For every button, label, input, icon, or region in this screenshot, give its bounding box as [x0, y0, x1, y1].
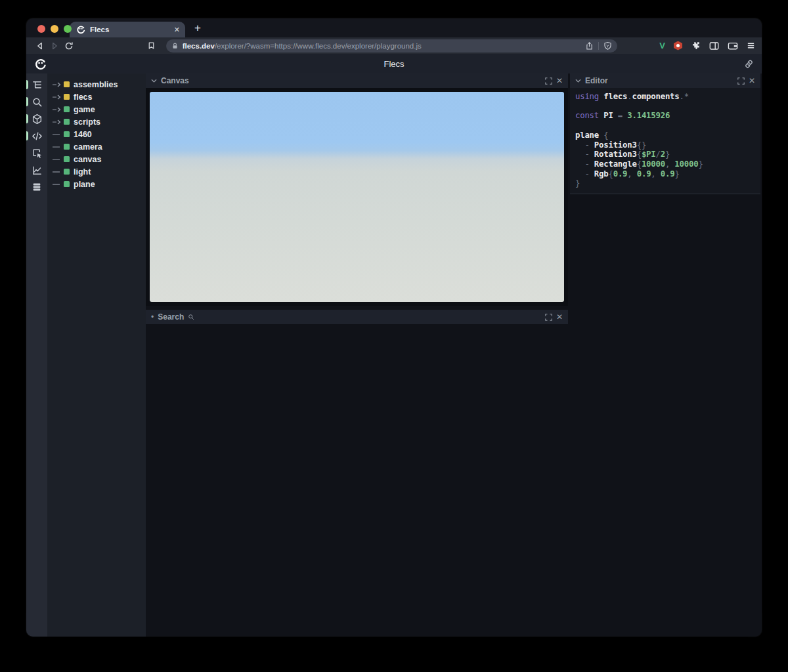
tree-item-light[interactable]: light: [53, 165, 146, 178]
expand-chevron-icon[interactable]: [53, 94, 64, 100]
divider: [598, 42, 599, 50]
flecs-favicon-icon: [76, 25, 85, 34]
search-icon[interactable]: [26, 93, 47, 110]
entity-square-icon: [64, 131, 70, 137]
chevron-down-icon[interactable]: [151, 79, 157, 83]
vue-devtools-icon[interactable]: V: [659, 41, 665, 51]
leaf-dash-icon: [53, 182, 64, 187]
tree-item-label: camera: [74, 142, 102, 152]
expand-chevron-icon[interactable]: [53, 82, 64, 87]
browser-tab[interactable]: Flecs ✕: [70, 22, 185, 37]
tree-item-camera[interactable]: camera: [53, 140, 146, 153]
tree-item-label: flecs: [74, 93, 93, 102]
brave-shield-icon[interactable]: [603, 41, 612, 51]
window-zoom-button[interactable]: [64, 25, 72, 33]
chevron-down-icon[interactable]: [575, 79, 581, 83]
search-panel-title: Search: [158, 312, 184, 322]
extensions-puzzle-icon[interactable]: [691, 41, 701, 51]
tab-close-icon[interactable]: ✕: [174, 26, 180, 34]
fullscreen-icon[interactable]: [545, 77, 552, 85]
entity-tree: assembliesflecsgamescripts1460cameracanv…: [47, 74, 146, 637]
code-icon[interactable]: [26, 127, 47, 144]
window-minimize-button[interactable]: [51, 25, 58, 33]
code-line: [575, 102, 755, 112]
browser-toolbar: flecs.dev/explorer/?wasm=https://www.fle…: [26, 37, 762, 54]
traffic-lights: [37, 25, 72, 33]
tab-title: Flecs: [90, 26, 169, 33]
rows-icon[interactable]: [26, 178, 47, 196]
tree-item-label: plane: [74, 180, 95, 189]
tree-item-canvas[interactable]: canvas: [53, 153, 146, 165]
share-icon[interactable]: [585, 41, 594, 51]
back-icon[interactable]: [33, 39, 47, 53]
new-tab-button[interactable]: +: [194, 21, 201, 35]
sidebar-toggle-icon[interactable]: [709, 41, 719, 51]
window-close-button[interactable]: [37, 25, 45, 33]
code-line: using flecs.components.*: [575, 92, 755, 102]
collapsed-bullet-icon[interactable]: •: [151, 313, 154, 321]
lock-icon: [171, 42, 179, 50]
canvas-panel-header: Canvas ✕: [146, 74, 568, 88]
tree-icon[interactable]: [26, 76, 47, 93]
entity-square-icon: [64, 156, 70, 162]
cube-icon[interactable]: [26, 110, 47, 127]
entity-square-icon: [64, 81, 70, 87]
tab-strip: Flecs ✕ +: [26, 18, 762, 37]
entity-square-icon: [64, 169, 70, 175]
tree-item-scripts[interactable]: scripts: [53, 116, 146, 128]
inspector-icon[interactable]: [26, 144, 47, 161]
leaf-dash-icon: [53, 144, 64, 150]
canvas-panel-title: Canvas: [161, 76, 189, 85]
tree-item-plane[interactable]: plane: [53, 178, 146, 190]
fullscreen-icon[interactable]: [545, 314, 552, 321]
wallet-icon[interactable]: [728, 41, 738, 51]
editor-panel-header: Editor ✕: [570, 74, 760, 88]
app-header: Flecs: [26, 54, 762, 74]
code-line: }: [575, 178, 755, 188]
code-line: - Rotation3{$PI/2}: [575, 150, 755, 159]
entity-square-icon: [64, 181, 70, 187]
close-icon[interactable]: ✕: [749, 76, 755, 85]
chart-icon[interactable]: [26, 161, 47, 178]
code-line: const PI = 3.1415926: [575, 111, 755, 121]
tree-item-label: 1460: [74, 130, 92, 139]
url-domain: flecs.dev: [183, 42, 215, 50]
tree-item-label: scripts: [74, 117, 100, 127]
url-path: /explorer/?wasm=https://www.flecs.dev/ex…: [215, 42, 422, 50]
editor-panel: Editor ✕ using flecs.components.* const …: [570, 74, 760, 637]
close-icon[interactable]: ✕: [556, 312, 563, 322]
tree-item-label: light: [74, 167, 91, 177]
tree-item-game[interactable]: game: [53, 103, 146, 116]
tree-item-assemblies[interactable]: assemblies: [53, 78, 146, 91]
browser-window: Flecs ✕ + flecs.dev/explorer/?wasm=https…: [26, 18, 762, 637]
expand-chevron-icon[interactable]: [53, 119, 64, 125]
code-line: plane {: [575, 131, 755, 140]
code-line: - Position3{}: [575, 140, 755, 150]
viewport-canvas[interactable]: [150, 92, 564, 302]
tree-item-1460[interactable]: 1460: [53, 128, 146, 140]
extension-icons: V: [659, 41, 755, 51]
forward-icon: [47, 39, 62, 53]
tree-item-label: canvas: [74, 155, 101, 164]
leaf-dash-icon: [53, 132, 64, 137]
red-extension-icon[interactable]: [674, 41, 682, 51]
close-icon[interactable]: ✕: [556, 76, 563, 85]
editor-panel-title: Editor: [585, 76, 608, 85]
code-line: - Rgb{0.9, 0.9, 0.9}: [575, 169, 755, 179]
entity-square-icon: [64, 106, 70, 112]
tree-item-label: game: [74, 105, 95, 114]
expand-chevron-icon[interactable]: [53, 107, 64, 112]
bookmark-icon[interactable]: [144, 39, 159, 53]
tree-item-label: assemblies: [74, 80, 118, 89]
code-editor[interactable]: using flecs.components.* const PI = 3.14…: [570, 88, 760, 194]
menu-icon[interactable]: [747, 41, 755, 50]
url-text: flecs.dev/explorer/?wasm=https://www.fle…: [183, 42, 582, 50]
url-bar[interactable]: flecs.dev/explorer/?wasm=https://www.fle…: [166, 39, 618, 52]
code-line: [575, 121, 755, 131]
fullscreen-icon[interactable]: [737, 77, 745, 85]
magnifier-icon: [188, 314, 194, 320]
main-column: Canvas ✕ • Search ✕: [146, 74, 568, 637]
leaf-dash-icon: [53, 169, 64, 175]
tree-item-flecs[interactable]: flecs: [53, 91, 146, 103]
reload-icon[interactable]: [62, 39, 76, 53]
